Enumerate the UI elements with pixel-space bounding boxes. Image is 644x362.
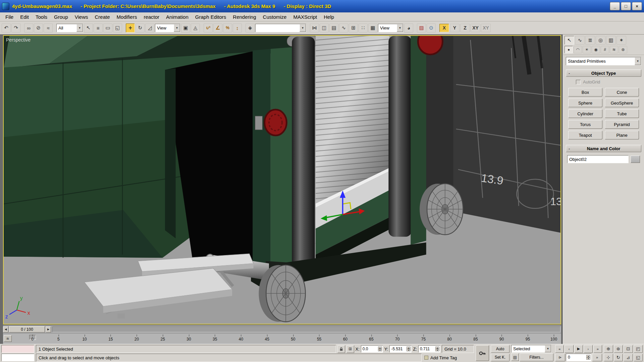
autogrid-checkbox[interactable] [576,80,581,84]
render-last-button[interactable]: ▨ [417,23,426,33]
box-button[interactable]: Box [568,88,602,97]
keyboard-shortcut-toggle-icon[interactable]: ▤ [511,353,519,361]
align-button[interactable]: ◫ [320,23,329,33]
object-name-input[interactable]: Object02 [567,155,629,163]
menu-tools[interactable]: Tools [32,13,51,21]
window-crossing-button[interactable]: ◱ [113,23,122,33]
menu-maxscript[interactable]: MAXScript [290,13,320,21]
restrict-y-button[interactable]: Y [450,24,460,32]
helpers-icon[interactable]: # [601,46,609,53]
minimize-button[interactable]: _ [610,2,620,10]
motion-tab-icon[interactable]: ◎ [596,36,605,45]
undo-button[interactable]: ↶ [2,23,11,33]
set-key-button[interactable]: Set K. [491,354,509,362]
shapes-icon[interactable]: ◠ [574,46,582,53]
cameras-icon[interactable]: ◉ [592,46,600,53]
layer-manager-button[interactable]: ▤ [329,23,338,33]
restrict-xy-button[interactable]: XY [471,24,480,32]
space-warps-icon[interactable]: ≋ [610,46,618,53]
plane-button[interactable]: Plane [605,131,639,139]
display-tab-icon[interactable]: ▥ [606,36,616,45]
render-scene-button[interactable]: ▦ [368,23,377,33]
geometry-icon[interactable]: ● [565,46,573,53]
sphere-button[interactable]: Sphere [568,99,602,107]
unlink-selection-icon[interactable]: ⊘ [34,23,43,33]
arc-rotate-button[interactable]: ↻ [614,354,623,362]
next-frame-slider-icon[interactable]: ▶ [46,326,51,333]
redo-button[interactable]: ↷ [11,23,20,33]
object-type-rollout[interactable]: - Object Type [566,69,641,77]
x-coordinate-input[interactable]: 0.0 ▴▾ [361,345,383,353]
go-to-end-button[interactable]: » [593,345,602,353]
angle-snap-button[interactable]: ∠ [213,23,222,33]
z-coordinate-input[interactable]: 0.711 ▴▾ [418,345,440,353]
menu-modifiers[interactable]: Modifiers [113,13,141,21]
wheel-front[interactable] [259,265,305,322]
macro-recorder-field[interactable] [1,345,34,353]
named-selection-dropdown[interactable]: ▼ [255,24,306,32]
y-spinner[interactable]: ▴▾ [407,347,411,351]
add-time-tag[interactable]: Add Time Tag [423,355,474,360]
menu-customize[interactable]: Customize [260,13,290,21]
select-and-move-button[interactable]: + [126,23,135,33]
restrict-x-button[interactable]: X [439,24,449,32]
previous-frame-slider-icon[interactable]: ◀ [3,326,8,333]
mirror-button[interactable]: ⋈ [310,23,319,33]
menu-graph-editors[interactable]: Graph Editors [192,13,230,21]
reference-coordinate-dropdown[interactable]: View ▼ [155,24,180,32]
wagon-model[interactable] [4,36,442,290]
zoom-button[interactable]: ⊕ [604,345,613,353]
modify-tab-icon[interactable]: ∿ [575,36,585,45]
primitive-category-dropdown[interactable]: Standard Primitives ▼ [566,57,641,65]
percent-snap-button[interactable]: % [223,23,232,33]
create-tab-icon[interactable]: ↖ [565,36,574,45]
maximize-viewport-button[interactable]: ◱ [634,354,643,362]
menu-help[interactable]: Help [320,13,337,21]
systems-icon[interactable]: ⊛ [619,46,627,53]
zoom-region-button[interactable]: ◰ [634,345,643,353]
key-filter-mode-dropdown[interactable]: Selected ▼ [511,345,551,353]
mini-curve-editor-button[interactable]: ≋ [4,335,12,342]
auto-key-button[interactable]: Auto [491,345,509,353]
hierarchy-tab-icon[interactable]: ≣ [585,36,595,45]
menu-edit[interactable]: Edit [17,13,32,21]
material-editor-button[interactable]: ∷ [359,23,368,33]
render-type-dropdown[interactable]: View ▼ [378,24,404,32]
absolute-offset-toggle-icon[interactable]: ⊞ [346,345,354,353]
time-slider-handle[interactable]: 0 / 100 [9,326,45,333]
select-and-manipulate-button[interactable]: ◬ [191,23,200,33]
perspective-viewport[interactable]: 13.9 13 [3,35,561,324]
menu-create[interactable]: Create [92,13,113,21]
lights-icon[interactable]: ☀ [583,46,591,53]
select-by-name-button[interactable]: ≡ [94,23,103,33]
set-keys-button[interactable] [476,345,489,361]
menu-animation[interactable]: Animation [163,13,192,21]
menu-rendering[interactable]: Rendering [229,13,259,21]
edit-named-selections-button[interactable]: ◈ [246,23,255,33]
go-to-start-button[interactable]: « [555,345,564,353]
use-pivot-center-button[interactable]: ▣ [181,23,190,33]
key-filters-button[interactable]: Filters... [520,353,553,361]
previous-frame-button[interactable]: ‹ [565,345,573,353]
torus-button[interactable]: Torus [568,120,602,129]
teapot-button[interactable]: Teapot [568,131,602,139]
tube-button[interactable]: Tube [605,109,639,118]
select-object-button[interactable]: ↖ [84,23,93,33]
maximize-button[interactable]: □ [621,2,631,10]
x-spinner[interactable]: ▴▾ [378,347,382,351]
selection-filter-dropdown[interactable]: All ▼ [56,24,83,32]
wheel-rear[interactable] [420,184,463,235]
zoom-all-button[interactable]: ⊛ [614,345,623,353]
select-and-link-icon[interactable]: ∞ [24,23,33,33]
curve-editor-button[interactable]: ∿ [339,23,348,33]
restrict-z-button[interactable]: Z [460,24,470,32]
track-bar[interactable]: ≋ 05101520253035404550556065707580859095… [3,333,561,344]
pan-button[interactable]: ⊹ [604,354,613,362]
selection-lock-icon[interactable] [337,345,345,353]
select-and-scale-button[interactable]: ◿ [145,23,154,33]
bind-to-spacewarp-icon[interactable]: ≈ [44,23,53,33]
geosphere-button[interactable]: GeoSphere [605,99,639,107]
spinner-snap-button[interactable]: ↕ [233,23,242,33]
z-spinner[interactable]: ▴▾ [435,347,439,351]
time-slider-track[interactable] [52,326,560,332]
